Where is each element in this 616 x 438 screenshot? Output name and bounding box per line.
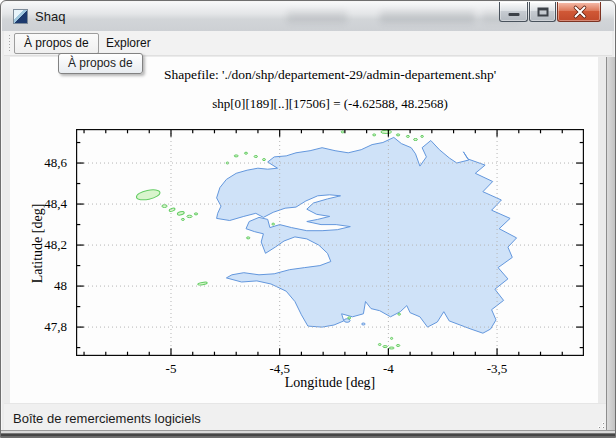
island: [254, 156, 257, 158]
island: [341, 131, 344, 133]
app-window: Shaq À propos de Explorer: [0, 0, 616, 438]
window-title: Shaq: [35, 2, 65, 31]
island: [348, 317, 351, 319]
plot-title: Shapefile: './don/shp/departement-29/adm…: [76, 67, 584, 83]
island: [247, 237, 250, 239]
y-tick-label: 48,4: [1, 196, 71, 212]
island: [381, 130, 392, 133]
island: [177, 211, 185, 216]
island: [406, 135, 409, 137]
maximize-button[interactable]: [529, 2, 556, 22]
x-tick-label: -4: [358, 361, 418, 377]
island: [194, 213, 197, 215]
island: [187, 215, 192, 217]
toolbar-grip[interactable]: [8, 35, 11, 51]
y-tick-label: 48,6: [1, 155, 71, 171]
y-tick-label: 47,8: [1, 319, 71, 335]
land-polygon: [217, 137, 517, 333]
island: [169, 207, 176, 212]
y-tick-label: 48: [1, 278, 71, 294]
island: [383, 346, 387, 348]
island: [391, 337, 393, 339]
x-tick-label: -3,5: [467, 361, 527, 377]
window-bottom-border: [1, 430, 615, 437]
titlebar-ghost: [287, 11, 347, 23]
minimize-button[interactable]: [499, 2, 528, 22]
close-button[interactable]: [557, 2, 601, 22]
island: [162, 205, 167, 208]
caption-buttons: [498, 2, 601, 22]
island: [198, 282, 208, 286]
app-icon: [13, 9, 28, 24]
menu-item-explorer[interactable]: Explorer: [100, 33, 157, 54]
island: [378, 344, 381, 346]
tooltip: À propos de: [58, 53, 143, 74]
island: [136, 188, 161, 202]
titlebar-ghost: [380, 11, 475, 23]
window-right-border: [606, 57, 615, 430]
island: [421, 135, 424, 137]
x-tick-label: -4,5: [250, 361, 310, 377]
island: [414, 139, 418, 141]
menu-item-a-propos[interactable]: À propos de: [14, 33, 99, 54]
island: [272, 223, 275, 225]
island: [181, 218, 184, 220]
island: [234, 155, 238, 157]
plot-subtitle: shp[0][189][..][17506] = (-4.62588, 48.2…: [76, 96, 584, 112]
x-tick-label: -5: [141, 361, 201, 377]
y-tick-label: 48,2: [1, 237, 71, 253]
close-icon: [558, 2, 602, 22]
island: [389, 347, 394, 349]
screen: Shaq À propos de Explorer: [0, 0, 616, 438]
island: [373, 134, 376, 136]
titlebar[interactable]: Shaq: [2, 2, 614, 31]
island: [362, 323, 365, 325]
island: [245, 152, 248, 154]
statusbar-text: Boîte de remerciements logiciels: [13, 404, 201, 433]
statusbar: Boîte de remerciements logiciels: [4, 403, 612, 432]
maximize-icon: [537, 7, 548, 16]
island: [396, 134, 399, 136]
island: [396, 345, 399, 347]
minimize-icon: [508, 13, 519, 16]
x-axis-label: Longitude [deg]: [76, 375, 584, 391]
island: [398, 313, 401, 315]
island: [263, 159, 266, 161]
map-plot[interactable]: [76, 129, 584, 356]
